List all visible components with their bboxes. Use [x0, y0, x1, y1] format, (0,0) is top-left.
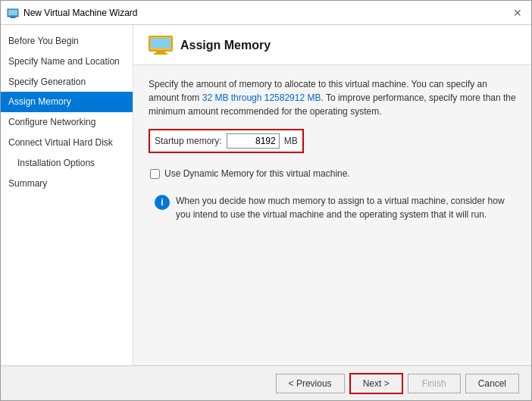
memory-input-group: Startup memory: MB	[149, 129, 304, 153]
sidebar-item-specify-name[interactable]: Specify Name and Location	[1, 52, 133, 72]
startup-memory-label: Startup memory:	[155, 136, 222, 146]
sidebar-item-connect-virtual-disk[interactable]: Connect Virtual Hard Disk	[1, 133, 133, 153]
sidebar-item-specify-generation[interactable]: Specify Generation	[1, 72, 133, 92]
panel-header-icon	[149, 36, 173, 55]
window-title: New Virtual Machine Wizard	[23, 8, 138, 18]
panel-header: Assign Memory	[133, 25, 531, 65]
dynamic-memory-checkbox[interactable]	[150, 169, 160, 179]
finish-button[interactable]: Finish	[408, 374, 461, 393]
svg-rect-1	[8, 10, 17, 15]
svg-rect-2	[10, 17, 16, 17]
content-area: Before You Begin Specify Name and Locati…	[1, 25, 531, 365]
window-icon	[7, 7, 19, 19]
title-bar-left: New Virtual Machine Wizard	[7, 7, 138, 19]
svg-rect-5	[151, 38, 171, 49]
close-button[interactable]: ✕	[510, 5, 525, 20]
sidebar-item-summary[interactable]: Summary	[1, 174, 133, 194]
memory-unit-label: MB	[284, 136, 298, 146]
previous-button[interactable]: < Previous	[276, 374, 345, 393]
startup-memory-input[interactable]	[227, 133, 280, 149]
info-icon: i	[155, 195, 170, 210]
description-text: Specify the amount of memory to allocate…	[149, 77, 516, 118]
wizard-window: New Virtual Machine Wizard ✕ Before You …	[0, 0, 532, 401]
cancel-button[interactable]: Cancel	[465, 374, 519, 393]
title-bar: New Virtual Machine Wizard ✕	[1, 1, 531, 25]
info-box: i When you decide how much memory to ass…	[149, 188, 516, 227]
memory-row-wrapper: Startup memory: MB	[149, 129, 516, 161]
footer: < Previous Next > Finish Cancel	[1, 365, 531, 400]
next-button[interactable]: Next >	[349, 373, 403, 394]
sidebar-item-configure-networking[interactable]: Configure Networking	[1, 112, 133, 133]
sidebar-item-installation-options[interactable]: Installation Options	[1, 153, 133, 174]
panel-title: Assign Memory	[180, 39, 271, 52]
panel-body: Specify the amount of memory to allocate…	[133, 65, 531, 365]
sidebar-item-assign-memory[interactable]: Assign Memory	[1, 92, 133, 112]
sidebar: Before You Begin Specify Name and Locati…	[1, 25, 133, 365]
memory-range-link: 32 MB through 12582912 MB	[202, 92, 321, 103]
main-panel: Assign Memory Specify the amount of memo…	[133, 25, 531, 365]
sidebar-item-before-you-begin[interactable]: Before You Begin	[1, 31, 133, 52]
info-text: When you decide how much memory to assig…	[176, 194, 510, 221]
svg-rect-3	[11, 17, 15, 18]
dynamic-memory-row: Use Dynamic Memory for this virtual mach…	[150, 168, 516, 179]
svg-rect-7	[154, 53, 167, 55]
dynamic-memory-label[interactable]: Use Dynamic Memory for this virtual mach…	[164, 168, 350, 179]
